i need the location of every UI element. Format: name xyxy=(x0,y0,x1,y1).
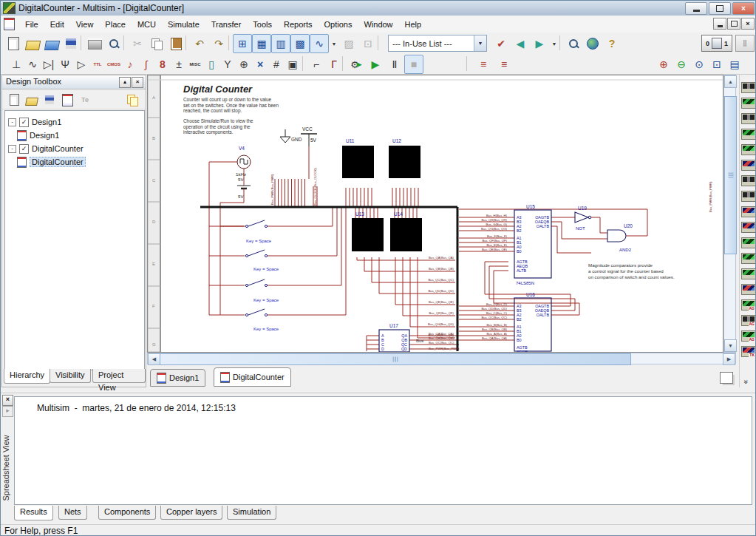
tab-hierarchy[interactable]: Hierarchy xyxy=(4,369,50,384)
scroll-down-arrow[interactable]: ▼ xyxy=(724,339,737,352)
spreadsheet-close-button[interactable]: × xyxy=(2,395,13,406)
fullscreen-button[interactable]: ▤ xyxy=(725,55,744,74)
tree-node-digitalcounter-sheet[interactable]: DigitalCounter xyxy=(5,155,144,169)
tab-results[interactable]: Results xyxy=(14,506,53,520)
new-button[interactable] xyxy=(4,34,23,53)
copy-button[interactable] xyxy=(147,34,166,53)
toolbox-pages-clock-icon[interactable] xyxy=(123,91,141,109)
agilent-function-generator-icon[interactable]: AG xyxy=(741,299,756,311)
cut-button[interactable]: ✂ xyxy=(128,34,147,53)
paste-button[interactable] xyxy=(166,34,185,53)
iv-analyzer-icon[interactable] xyxy=(741,237,756,248)
agilent-multimeter-icon[interactable]: AG xyxy=(741,315,756,326)
vertical-scrollbar[interactable]: ▲ ▼ xyxy=(723,75,736,353)
menu-reports[interactable]: Reports xyxy=(278,18,319,31)
zoom-area-button[interactable]: ⊙ xyxy=(689,55,709,74)
zoom-in-button[interactable]: ⊕ xyxy=(654,55,673,74)
education-web-button[interactable] xyxy=(583,34,602,53)
toolbox-minimize-button[interactable]: ▴ xyxy=(119,77,131,88)
word-generator-icon[interactable]: 1010 xyxy=(741,191,756,202)
print-button[interactable] xyxy=(85,34,104,53)
grapher-dropdown-caret[interactable]: ▼ xyxy=(329,34,339,53)
collapse-icon[interactable]: - xyxy=(8,145,16,153)
menu-edit[interactable]: Edit xyxy=(44,18,70,31)
scroll-up-arrow[interactable]: ▲ xyxy=(724,75,737,88)
toolbox-open-icon[interactable] xyxy=(23,91,41,109)
toggle-database-button[interactable]: ▥ xyxy=(271,34,290,53)
redo-button[interactable]: ↷ xyxy=(209,34,228,53)
spreadsheet-expand-arrow[interactable]: ▸ xyxy=(2,406,13,417)
window-switch-icon[interactable] xyxy=(720,372,733,384)
toolbox-save-icon[interactable] xyxy=(41,91,58,109)
toggle-spreadsheet-view-button[interactable]: ▦ xyxy=(252,34,271,53)
more-instruments-chevron[interactable]: » xyxy=(742,380,750,384)
print-preview-button[interactable] xyxy=(104,34,123,53)
spreadsheet-results-area[interactable]: Multisim - martes, 21 de enero de 2014, … xyxy=(14,396,752,505)
interactive-simulation-button[interactable]: ⚙▶ xyxy=(347,55,366,74)
tree-label-selected[interactable]: DigitalCounter xyxy=(30,157,86,167)
bode-plotter-icon[interactable] xyxy=(741,160,756,171)
help-button[interactable]: ? xyxy=(602,34,622,53)
frequency-counter-icon[interactable]: 123 xyxy=(741,175,756,186)
four-channel-oscilloscope-icon[interactable] xyxy=(741,144,756,155)
tab-visibility[interactable]: Visibility xyxy=(50,369,91,383)
oscilloscope-icon[interactable] xyxy=(741,129,756,140)
menu-transfer[interactable]: Transfer xyxy=(205,18,248,31)
scroll-right-arrow[interactable]: ▶ xyxy=(723,353,735,365)
forward-annotate-button[interactable]: ▶ xyxy=(530,34,549,53)
logic-converter-icon[interactable] xyxy=(741,206,756,217)
toolbox-te-icon[interactable]: Te xyxy=(76,91,94,109)
title-bar[interactable]: DigitalCounter - Multisim - [DigitalCoun… xyxy=(1,1,756,16)
design-toolbox-header[interactable]: Design Toolbox ▴ × xyxy=(2,75,146,89)
distortion-analyzer-icon[interactable] xyxy=(741,253,756,264)
place-mcu-button[interactable]: ▣ xyxy=(283,55,302,74)
open-button[interactable] xyxy=(23,34,42,53)
checkbox-checked-icon[interactable]: ✓ xyxy=(19,118,29,127)
zoom-fit-button[interactable]: ⊡ xyxy=(707,55,726,74)
agilent-oscilloscope-icon[interactable]: AG xyxy=(741,330,756,342)
tree-node-digitalcounter[interactable]: - ✓ DigitalCounter xyxy=(5,142,144,155)
zoom-out-button[interactable]: ⊖ xyxy=(672,55,691,74)
tree-label[interactable]: Design1 xyxy=(30,131,59,140)
menu-view[interactable]: View xyxy=(70,18,100,31)
tab-project-view[interactable]: Project View xyxy=(92,369,146,383)
annotate-dropdown-caret[interactable]: ▼ xyxy=(549,34,559,53)
stop-button[interactable]: ■ xyxy=(404,55,423,74)
design-hierarchy-tree[interactable]: - ✓ Design1 Design1 - ✓ DigitalCounter D… xyxy=(4,110,145,370)
horizontal-scroll-thumb[interactable] xyxy=(160,353,631,365)
horizontal-scrollbar[interactable]: ◀ ▶ xyxy=(147,353,736,364)
undo-button[interactable]: ↶ xyxy=(190,34,209,53)
wattmeter-icon[interactable] xyxy=(741,113,756,124)
minimize-button[interactable] xyxy=(685,2,707,15)
menu-window[interactable]: Window xyxy=(358,18,398,31)
run-switch-button[interactable]: 0 1 xyxy=(701,35,732,52)
pause-button[interactable]: Ⅱ xyxy=(385,55,404,74)
erc-check-button[interactable]: ✔ xyxy=(491,34,511,53)
find-button[interactable] xyxy=(564,34,583,53)
toolbox-close-button[interactable]: × xyxy=(132,77,143,88)
restore-button[interactable] xyxy=(709,2,731,15)
tree-node-design1-sheet[interactable]: Design1 xyxy=(5,129,144,142)
tab-nets[interactable]: Nets xyxy=(58,506,87,520)
vertical-scroll-thumb[interactable] xyxy=(724,96,737,254)
in-use-list-caret[interactable]: ▼ xyxy=(474,35,486,51)
toggle-grapher-button[interactable]: ∿ xyxy=(310,34,329,53)
breadboard-button[interactable]: ▨ xyxy=(339,34,358,53)
tab-digitalcounter[interactable]: DigitalCounter xyxy=(214,367,291,387)
child-window-icon[interactable] xyxy=(4,18,15,30)
logic-analyzer-icon[interactable] xyxy=(741,222,756,233)
run-button[interactable]: ▶ xyxy=(366,55,385,74)
place-bus-button[interactable]: Γ xyxy=(324,55,344,74)
child-restore-button[interactable] xyxy=(727,18,740,30)
in-use-list-combo[interactable]: --- In-Use List --- ▼ xyxy=(388,35,487,52)
scroll-left-arrow[interactable]: ◀ xyxy=(148,353,160,365)
reverse-probe-button[interactable]: ≡ xyxy=(494,55,514,74)
child-close-button[interactable]: × xyxy=(741,18,755,30)
tree-label[interactable]: Design1 xyxy=(32,118,61,126)
menu-mcu[interactable]: MCU xyxy=(132,18,162,31)
toolbox-new-icon[interactable] xyxy=(5,91,23,109)
function-generator-icon[interactable] xyxy=(741,98,756,109)
multimeter-icon[interactable] xyxy=(741,82,756,93)
tab-components[interactable]: Components xyxy=(98,506,156,520)
tab-simulation[interactable]: Simulation xyxy=(227,506,276,520)
